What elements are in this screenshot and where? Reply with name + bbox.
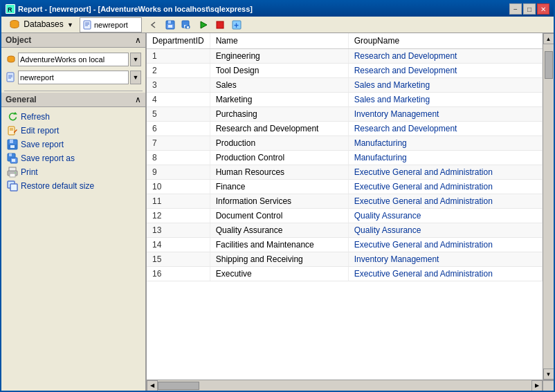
cell-group: Inventory Management: [348, 252, 542, 267]
hscroll-thumb[interactable]: [158, 382, 199, 390]
cell-name: Production Control: [210, 151, 348, 165]
object-section-collapse: ∧: [135, 35, 141, 45]
cell-group: Sales and Marketing: [348, 78, 542, 93]
vscroll-up-button[interactable]: ▲: [543, 33, 554, 44]
hscroll-left-button[interactable]: ◀: [147, 380, 158, 391]
svg-rect-31: [10, 140, 13, 143]
sidebar-item-saveas[interactable]: Save report as: [3, 151, 144, 165]
close-button[interactable]: ✕: [537, 3, 549, 15]
svg-rect-25: [8, 127, 15, 135]
svg-rect-3: [84, 21, 91, 29]
sidebar-item-edit[interactable]: Edit report: [3, 124, 144, 138]
db-select-value[interactable]: AdventureWorks on local: [18, 53, 129, 66]
report-select-value[interactable]: newreport: [18, 71, 129, 84]
cell-group: Manufacturing: [348, 136, 542, 151]
report-scroll[interactable]: DepartmentIDNameGroupName 1EngineeringRe…: [147, 33, 543, 380]
refresh-icon: [7, 111, 18, 122]
table-row: 13Quality AssuranceQuality Assurance: [147, 223, 543, 238]
cell-group: Sales and Marketing: [348, 93, 542, 107]
table-row: 16ExecutiveExecutive General and Adminis…: [147, 267, 543, 281]
refresh-label: Refresh: [21, 112, 50, 122]
object-section-header[interactable]: Object ∧: [1, 33, 145, 48]
cell-dept-id: 6: [147, 122, 210, 136]
cell-dept-id: 1: [147, 49, 210, 64]
report-select-arrow[interactable]: ▼: [130, 71, 141, 84]
cell-name: Production: [210, 136, 348, 151]
print-icon: [7, 167, 18, 178]
minimize-button[interactable]: −: [509, 3, 522, 15]
table-row: 8Production ControlManufacturing: [147, 151, 543, 165]
sidebar-item-refresh[interactable]: Refresh: [3, 110, 144, 124]
cell-name: Research and Development: [210, 122, 348, 136]
toolbar-btn-stop[interactable]: [212, 17, 228, 32]
cell-name: Marketing: [210, 93, 348, 107]
report-icon: [6, 72, 17, 83]
cell-dept-id: 3: [147, 78, 210, 93]
toolbar-btn-new[interactable]: +: [229, 17, 244, 32]
vscroll-track[interactable]: [543, 44, 554, 368]
cell-group: Quality Assurance: [348, 209, 542, 223]
general-section-header[interactable]: General ∧: [1, 93, 145, 107]
svg-rect-35: [9, 153, 12, 156]
report-area: DepartmentIDNameGroupName 1EngineeringRe…: [147, 33, 543, 380]
cell-group: Executive General and Administration: [348, 194, 542, 209]
menu-databases[interactable]: Databases ▼: [4, 17, 78, 32]
svg-text:R: R: [8, 6, 12, 13]
cell-dept-id: 10: [147, 180, 210, 194]
cell-name: Facilities and Maintenance: [210, 238, 348, 252]
svg-rect-37: [12, 159, 15, 162]
db-select-arrow[interactable]: ▼: [130, 53, 141, 66]
toolbar-btn-saveas[interactable]: [179, 17, 194, 32]
sidebar-item-save[interactable]: Save report: [3, 138, 144, 151]
window-title: Report - [newreport] - [AdventureWorks o…: [18, 5, 253, 13]
sidebar: Object ∧ AdventureWorks on local ▼: [1, 33, 147, 391]
cell-dept-id: 15: [147, 252, 210, 267]
toolbar-btn-save[interactable]: [163, 17, 178, 32]
db-select-row: AdventureWorks on local ▼: [3, 50, 144, 68]
toolbar-btn-run[interactable]: [196, 17, 211, 32]
table-row: 3SalesSales and Marketing: [147, 78, 543, 93]
toolbar-btn-back[interactable]: [146, 17, 161, 32]
cell-group: Executive General and Administration: [348, 180, 542, 194]
table-row: 7ProductionManufacturing: [147, 136, 543, 151]
saveas-label: Save report as: [21, 153, 75, 163]
horizontal-scrollbar: ◀ ▶: [147, 380, 554, 391]
restore-label: Restore default size: [21, 181, 94, 191]
cell-group: Quality Assurance: [348, 223, 542, 238]
col-header-departmentid: DepartmentID: [147, 33, 210, 49]
cell-dept-id: 16: [147, 267, 210, 281]
sidebar-item-print[interactable]: Print: [3, 165, 144, 179]
general-section-content: RefreshEdit reportSave reportSave report…: [1, 107, 145, 196]
svg-point-41: [15, 172, 16, 174]
vscroll-thumb[interactable]: [545, 51, 553, 79]
cell-name: Human Resources: [210, 165, 348, 180]
restore-icon: [7, 180, 18, 192]
cell-name: Executive: [210, 267, 348, 281]
hscroll-track[interactable]: [158, 380, 531, 391]
sidebar-item-restore[interactable]: Restore default size: [3, 179, 144, 193]
svg-marker-15: [201, 21, 207, 28]
svg-text:+: +: [234, 21, 239, 30]
menu-databases-arrow: ▼: [67, 21, 73, 28]
hscroll-right-button[interactable]: ▶: [531, 380, 543, 391]
cell-name: Finance: [210, 180, 348, 194]
cell-dept-id: 14: [147, 238, 210, 252]
table-row: 2Tool DesignResearch and Development: [147, 64, 543, 78]
report-table: DepartmentIDNameGroupName 1EngineeringRe…: [147, 33, 543, 281]
table-row: 5PurchasingInventory Management: [147, 107, 543, 122]
cell-dept-id: 7: [147, 136, 210, 151]
save-label: Save report: [21, 140, 64, 149]
report-name-display: newreport: [80, 17, 142, 32]
cell-dept-id: 11: [147, 194, 210, 209]
edit-icon: [7, 125, 18, 136]
vscroll-down-button[interactable]: ▼: [543, 368, 554, 380]
general-section-title: General: [6, 95, 37, 104]
cell-name: Engineering: [210, 49, 348, 64]
report-name-label: newreport: [94, 21, 128, 29]
maximize-button[interactable]: □: [523, 3, 536, 15]
svg-rect-43: [10, 184, 17, 191]
print-label: Print: [21, 167, 38, 177]
cell-dept-id: 5: [147, 107, 210, 122]
svg-rect-10: [168, 25, 172, 28]
menu-bar: Databases ▼ newreport: [1, 17, 554, 33]
